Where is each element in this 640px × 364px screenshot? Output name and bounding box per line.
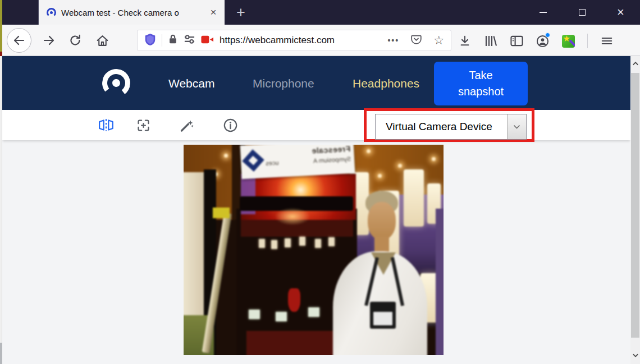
scene-display-screen	[285, 238, 291, 247]
window-close-button[interactable]: ×	[601, 0, 640, 25]
magic-wand-icon	[179, 118, 194, 133]
nav-headphones[interactable]: Headphones	[353, 77, 419, 90]
account-notification-dot	[545, 33, 550, 38]
back-button[interactable]	[7, 28, 31, 53]
scrollbar-down-arrow[interactable]	[631, 351, 639, 360]
scene-display-screen	[315, 239, 321, 248]
string-light	[432, 157, 436, 161]
extension-badge: ★	[562, 35, 575, 48]
string-light	[224, 154, 228, 158]
page-scrollbar[interactable]	[630, 56, 640, 364]
info-button[interactable]	[222, 117, 239, 133]
scene-lamp	[404, 169, 424, 227]
library-icon[interactable]	[484, 34, 497, 48]
page-actions-icon[interactable]: •••	[387, 36, 399, 45]
bookmark-star-icon[interactable]: ☆	[433, 34, 444, 47]
back-arrow-icon	[12, 34, 26, 47]
tab-title-fade	[184, 0, 203, 25]
mirror-flip-icon	[98, 118, 115, 132]
chevron-down-icon	[513, 125, 520, 129]
scene-purple-edge	[436, 209, 444, 355]
sign-line1: Freescale	[312, 145, 351, 155]
scene-white-panel	[184, 172, 204, 317]
window-controls: ×	[524, 0, 640, 25]
sliver-olive	[0, 0, 2, 52]
window-minimize-button[interactable]	[524, 0, 563, 25]
home-button[interactable]	[93, 31, 112, 50]
scrollbar-up-arrow[interactable]	[631, 59, 639, 68]
address-bar[interactable]: https://webcammictest.com ••• ☆	[137, 30, 451, 51]
tab-title: Webcam test - Check camera o	[61, 8, 179, 17]
nav-microphone[interactable]: Microphone	[253, 77, 314, 90]
browser-window: Webcam test - Check camera o × + ×	[0, 0, 640, 364]
take-snapshot-button[interactable]: Take snapshot	[434, 62, 528, 105]
sidebar-toggle-icon[interactable]	[510, 34, 523, 48]
tab-close-icon[interactable]: ×	[207, 6, 220, 19]
window-maximize-button[interactable]	[563, 0, 601, 25]
sliver-dark	[0, 343, 2, 364]
scene-light-spill	[275, 208, 310, 225]
tracking-protection-shield-icon[interactable]	[144, 33, 156, 48]
lock-icon[interactable]	[168, 34, 178, 47]
sliver-gray	[0, 56, 2, 343]
string-light	[378, 174, 382, 178]
forward-arrow-icon	[42, 34, 56, 47]
camera-device-select[interactable]: Virtual Camera Device	[375, 114, 527, 140]
webcam-video-preview: Freescale Symposium A uces	[184, 145, 444, 355]
site-logo-icon[interactable]	[100, 67, 132, 99]
account-icon[interactable]	[536, 34, 549, 48]
forward-button[interactable]	[39, 31, 58, 50]
person-neck	[374, 237, 389, 252]
sign-line2-tail: uces	[266, 159, 279, 167]
browser-toolbar: https://webcammictest.com ••• ☆	[2, 25, 640, 56]
sign-line2: Symposium A uces	[266, 155, 351, 167]
toolbar-separator	[587, 34, 588, 48]
camera-device-value: Virtual Camera Device	[376, 121, 507, 133]
tab-bar: Webcam test - Check camera o × + ×	[2, 0, 640, 25]
toolbar-right-icons: ★	[455, 34, 640, 48]
scene-display-screen	[299, 237, 305, 246]
camera-in-use-icon[interactable]	[201, 35, 214, 47]
string-light	[398, 164, 402, 168]
scene-display-screen	[271, 240, 277, 249]
scene-display-screen	[328, 237, 335, 246]
site-header: Webcam Microphone Headphones Take snapsh…	[2, 56, 630, 110]
person-face	[368, 202, 396, 240]
scene-red-object	[288, 288, 300, 312]
urlbar-separator	[162, 34, 162, 47]
scene-sign-diamond-logo	[242, 149, 264, 172]
nav-webcam[interactable]: Webcam	[168, 77, 214, 90]
browser-tab[interactable]: Webcam test - Check camera o ×	[38, 0, 225, 25]
scene-display-screen	[276, 312, 287, 321]
downloads-icon[interactable]	[458, 34, 472, 48]
scene-banner-sign: Freescale Symposium A uces	[240, 145, 355, 179]
video-scene: Freescale Symposium A uces	[184, 145, 444, 355]
mirror-flip-button[interactable]	[98, 117, 115, 133]
effects-wand-button[interactable]	[178, 117, 195, 133]
extension-icon[interactable]: ★	[561, 34, 575, 48]
info-icon	[223, 118, 238, 133]
select-arrow-button[interactable]	[507, 114, 526, 139]
scrollbar-thumb[interactable]	[631, 73, 639, 338]
desktop-edge-sliver	[0, 0, 2, 364]
scene-display-screen	[249, 310, 260, 319]
person-badge-card	[373, 312, 392, 325]
string-light	[367, 149, 371, 153]
sliver-red	[0, 52, 2, 56]
menu-hamburger-icon[interactable]	[600, 34, 614, 48]
reload-icon	[68, 34, 82, 47]
scene-display-screen	[308, 307, 319, 317]
scene-yellow-sticker	[213, 208, 230, 218]
urlbar-actions: ••• ☆	[387, 34, 444, 48]
home-icon	[95, 34, 109, 48]
new-tab-button[interactable]: +	[232, 4, 249, 21]
sign-line2-main: Symposium A	[313, 155, 351, 164]
url-text[interactable]: https://webcammictest.com	[220, 35, 335, 46]
pocket-icon[interactable]	[410, 34, 422, 48]
focus-brackets-icon	[136, 118, 151, 133]
extension-star-icon: ★	[563, 35, 570, 44]
permissions-icon[interactable]	[184, 34, 195, 47]
fullscreen-focus-button[interactable]	[135, 117, 152, 133]
reload-button[interactable]	[66, 31, 85, 50]
site-favicon-icon	[47, 8, 56, 17]
